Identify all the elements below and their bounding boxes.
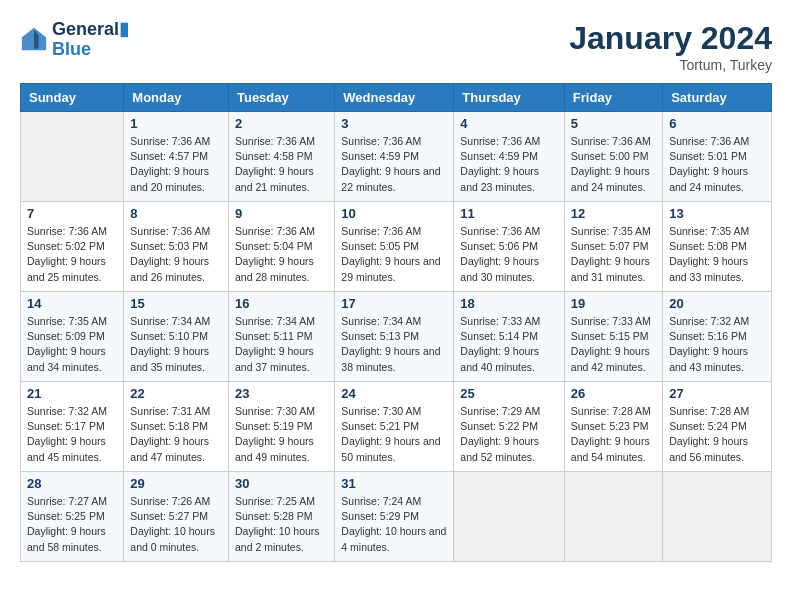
day-info: Sunrise: 7:36 AMSunset: 4:57 PMDaylight:… — [130, 134, 222, 195]
day-number: 10 — [341, 206, 447, 221]
calendar-cell: 14Sunrise: 7:35 AMSunset: 5:09 PMDayligh… — [21, 292, 124, 382]
calendar-table: SundayMondayTuesdayWednesdayThursdayFrid… — [20, 83, 772, 562]
day-info: Sunrise: 7:36 AMSunset: 5:04 PMDaylight:… — [235, 224, 328, 285]
day-number: 14 — [27, 296, 117, 311]
day-info: Sunrise: 7:36 AMSunset: 5:02 PMDaylight:… — [27, 224, 117, 285]
calendar-cell: 28Sunrise: 7:27 AMSunset: 5:25 PMDayligh… — [21, 472, 124, 562]
calendar-week-2: 7Sunrise: 7:36 AMSunset: 5:02 PMDaylight… — [21, 202, 772, 292]
day-number: 9 — [235, 206, 328, 221]
day-info: Sunrise: 7:36 AMSunset: 4:58 PMDaylight:… — [235, 134, 328, 195]
day-info: Sunrise: 7:35 AMSunset: 5:09 PMDaylight:… — [27, 314, 117, 375]
day-number: 4 — [460, 116, 558, 131]
calendar-body: 1Sunrise: 7:36 AMSunset: 4:57 PMDaylight… — [21, 112, 772, 562]
day-info: Sunrise: 7:32 AMSunset: 5:16 PMDaylight:… — [669, 314, 765, 375]
day-number: 30 — [235, 476, 328, 491]
calendar-cell: 31Sunrise: 7:24 AMSunset: 5:29 PMDayligh… — [335, 472, 454, 562]
day-header-thursday: Thursday — [454, 84, 565, 112]
day-info: Sunrise: 7:28 AMSunset: 5:24 PMDaylight:… — [669, 404, 765, 465]
calendar-cell: 6Sunrise: 7:36 AMSunset: 5:01 PMDaylight… — [663, 112, 772, 202]
day-number: 21 — [27, 386, 117, 401]
day-info: Sunrise: 7:34 AMSunset: 5:13 PMDaylight:… — [341, 314, 447, 375]
day-number: 28 — [27, 476, 117, 491]
day-number: 12 — [571, 206, 656, 221]
day-number: 1 — [130, 116, 222, 131]
calendar-cell: 17Sunrise: 7:34 AMSunset: 5:13 PMDayligh… — [335, 292, 454, 382]
calendar-cell: 30Sunrise: 7:25 AMSunset: 5:28 PMDayligh… — [228, 472, 334, 562]
day-number: 8 — [130, 206, 222, 221]
logo-icon — [20, 26, 48, 54]
calendar-cell — [454, 472, 565, 562]
calendar-week-3: 14Sunrise: 7:35 AMSunset: 5:09 PMDayligh… — [21, 292, 772, 382]
title-block: January 2024 Tortum, Turkey — [569, 20, 772, 73]
day-number: 16 — [235, 296, 328, 311]
calendar-week-5: 28Sunrise: 7:27 AMSunset: 5:25 PMDayligh… — [21, 472, 772, 562]
day-number: 6 — [669, 116, 765, 131]
calendar-cell: 18Sunrise: 7:33 AMSunset: 5:14 PMDayligh… — [454, 292, 565, 382]
logo: General▮ Blue — [20, 20, 129, 60]
logo-text: General▮ Blue — [52, 20, 129, 60]
calendar-cell: 2Sunrise: 7:36 AMSunset: 4:58 PMDaylight… — [228, 112, 334, 202]
day-info: Sunrise: 7:34 AMSunset: 5:11 PMDaylight:… — [235, 314, 328, 375]
day-number: 31 — [341, 476, 447, 491]
day-number: 2 — [235, 116, 328, 131]
page-header: General▮ Blue January 2024 Tortum, Turke… — [20, 20, 772, 73]
day-header-saturday: Saturday — [663, 84, 772, 112]
day-number: 29 — [130, 476, 222, 491]
day-info: Sunrise: 7:31 AMSunset: 5:18 PMDaylight:… — [130, 404, 222, 465]
day-info: Sunrise: 7:33 AMSunset: 5:14 PMDaylight:… — [460, 314, 558, 375]
calendar-cell: 16Sunrise: 7:34 AMSunset: 5:11 PMDayligh… — [228, 292, 334, 382]
day-number: 20 — [669, 296, 765, 311]
day-info: Sunrise: 7:34 AMSunset: 5:10 PMDaylight:… — [130, 314, 222, 375]
day-number: 13 — [669, 206, 765, 221]
day-info: Sunrise: 7:33 AMSunset: 5:15 PMDaylight:… — [571, 314, 656, 375]
calendar-header-row: SundayMondayTuesdayWednesdayThursdayFrid… — [21, 84, 772, 112]
day-info: Sunrise: 7:35 AMSunset: 5:07 PMDaylight:… — [571, 224, 656, 285]
calendar-cell: 27Sunrise: 7:28 AMSunset: 5:24 PMDayligh… — [663, 382, 772, 472]
day-header-sunday: Sunday — [21, 84, 124, 112]
day-info: Sunrise: 7:26 AMSunset: 5:27 PMDaylight:… — [130, 494, 222, 555]
day-number: 11 — [460, 206, 558, 221]
calendar-cell: 8Sunrise: 7:36 AMSunset: 5:03 PMDaylight… — [124, 202, 229, 292]
calendar-cell: 23Sunrise: 7:30 AMSunset: 5:19 PMDayligh… — [228, 382, 334, 472]
day-info: Sunrise: 7:30 AMSunset: 5:21 PMDaylight:… — [341, 404, 447, 465]
day-number: 25 — [460, 386, 558, 401]
day-info: Sunrise: 7:27 AMSunset: 5:25 PMDaylight:… — [27, 494, 117, 555]
day-number: 15 — [130, 296, 222, 311]
day-info: Sunrise: 7:28 AMSunset: 5:23 PMDaylight:… — [571, 404, 656, 465]
day-info: Sunrise: 7:36 AMSunset: 4:59 PMDaylight:… — [460, 134, 558, 195]
day-header-monday: Monday — [124, 84, 229, 112]
calendar-cell: 24Sunrise: 7:30 AMSunset: 5:21 PMDayligh… — [335, 382, 454, 472]
calendar-cell: 1Sunrise: 7:36 AMSunset: 4:57 PMDaylight… — [124, 112, 229, 202]
calendar-cell: 11Sunrise: 7:36 AMSunset: 5:06 PMDayligh… — [454, 202, 565, 292]
day-number: 26 — [571, 386, 656, 401]
day-number: 18 — [460, 296, 558, 311]
day-info: Sunrise: 7:30 AMSunset: 5:19 PMDaylight:… — [235, 404, 328, 465]
calendar-cell: 25Sunrise: 7:29 AMSunset: 5:22 PMDayligh… — [454, 382, 565, 472]
day-info: Sunrise: 7:24 AMSunset: 5:29 PMDaylight:… — [341, 494, 447, 555]
day-info: Sunrise: 7:36 AMSunset: 5:03 PMDaylight:… — [130, 224, 222, 285]
calendar-cell: 29Sunrise: 7:26 AMSunset: 5:27 PMDayligh… — [124, 472, 229, 562]
day-number: 19 — [571, 296, 656, 311]
calendar-cell: 5Sunrise: 7:36 AMSunset: 5:00 PMDaylight… — [564, 112, 662, 202]
calendar-cell: 21Sunrise: 7:32 AMSunset: 5:17 PMDayligh… — [21, 382, 124, 472]
calendar-cell: 13Sunrise: 7:35 AMSunset: 5:08 PMDayligh… — [663, 202, 772, 292]
day-info: Sunrise: 7:36 AMSunset: 5:01 PMDaylight:… — [669, 134, 765, 195]
day-number: 22 — [130, 386, 222, 401]
day-number: 23 — [235, 386, 328, 401]
day-header-wednesday: Wednesday — [335, 84, 454, 112]
calendar-cell: 4Sunrise: 7:36 AMSunset: 4:59 PMDaylight… — [454, 112, 565, 202]
day-info: Sunrise: 7:25 AMSunset: 5:28 PMDaylight:… — [235, 494, 328, 555]
calendar-cell — [21, 112, 124, 202]
calendar-cell: 7Sunrise: 7:36 AMSunset: 5:02 PMDaylight… — [21, 202, 124, 292]
day-info: Sunrise: 7:29 AMSunset: 5:22 PMDaylight:… — [460, 404, 558, 465]
day-number: 5 — [571, 116, 656, 131]
calendar-cell: 15Sunrise: 7:34 AMSunset: 5:10 PMDayligh… — [124, 292, 229, 382]
day-header-tuesday: Tuesday — [228, 84, 334, 112]
calendar-cell: 19Sunrise: 7:33 AMSunset: 5:15 PMDayligh… — [564, 292, 662, 382]
calendar-cell: 20Sunrise: 7:32 AMSunset: 5:16 PMDayligh… — [663, 292, 772, 382]
day-number: 17 — [341, 296, 447, 311]
calendar-cell: 26Sunrise: 7:28 AMSunset: 5:23 PMDayligh… — [564, 382, 662, 472]
day-info: Sunrise: 7:36 AMSunset: 5:06 PMDaylight:… — [460, 224, 558, 285]
day-info: Sunrise: 7:35 AMSunset: 5:08 PMDaylight:… — [669, 224, 765, 285]
day-number: 7 — [27, 206, 117, 221]
